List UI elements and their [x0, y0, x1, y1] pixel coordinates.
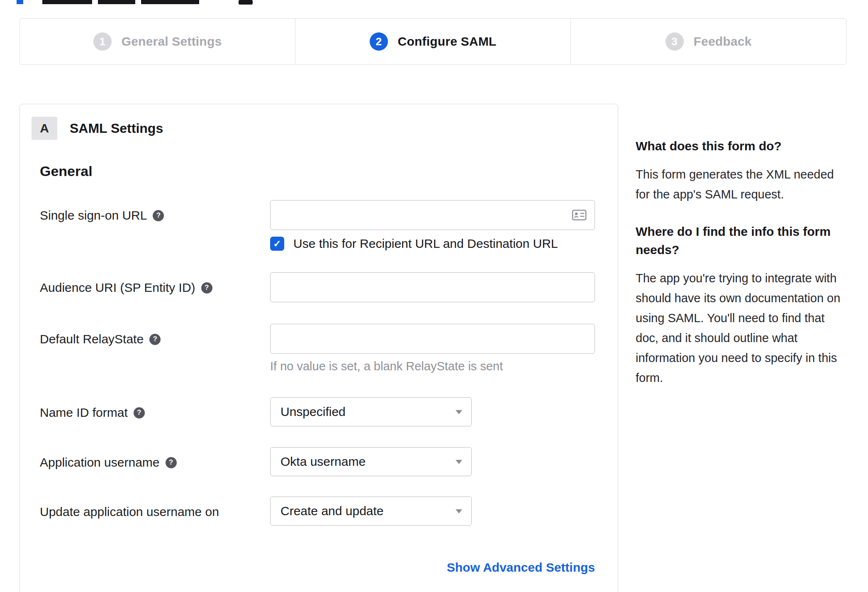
card-header: A SAML Settings — [32, 117, 598, 140]
row-application-username: Application username ? Okta username — [40, 447, 598, 476]
wizard-stepper: 1 General Settings 2 Configure SAML 3 Fe… — [20, 18, 846, 65]
row-single-sign-on-url: Single sign-on URL ? — [40, 200, 598, 251]
help-icon[interactable]: ? — [201, 282, 212, 294]
section-a-badge: A — [32, 117, 57, 140]
update-application-username-value: Create and update — [280, 504, 384, 518]
help-body-2: The app you're trying to integrate with … — [636, 268, 848, 388]
chevron-down-icon — [456, 509, 462, 514]
help-icon[interactable]: ? — [134, 407, 145, 418]
update-application-username-select[interactable]: Create and update — [270, 497, 472, 526]
application-username-label: Application username — [40, 455, 160, 470]
step-label: Configure SAML — [398, 34, 497, 49]
help-icon[interactable]: ? — [166, 457, 177, 468]
saml-settings-card: A SAML Settings General Single sign-on U… — [20, 104, 618, 592]
help-body-1: This form generates the XML needed for t… — [636, 164, 848, 204]
application-username-value: Okta username — [280, 455, 366, 469]
step-feedback[interactable]: 3 Feedback — [571, 19, 846, 64]
relaystate-input[interactable] — [270, 324, 595, 354]
recipient-url-checkbox-label[interactable]: Use this for Recipient URL and Destinati… — [293, 237, 558, 251]
step-label: General Settings — [122, 34, 222, 49]
contact-card-icon[interactable] — [572, 209, 587, 221]
step-label: Feedback — [694, 34, 752, 49]
sso-url-input[interactable] — [270, 200, 595, 230]
step-number-badge: 3 — [666, 32, 684, 51]
row-default-relaystate: Default RelayState ? If no value is set,… — [40, 324, 598, 373]
relaystate-label: Default RelayState — [40, 332, 144, 346]
sso-url-label: Single sign-on URL — [40, 208, 147, 223]
name-id-format-label: Name ID format — [40, 406, 128, 420]
recipient-url-checkbox-row: ✓ Use this for Recipient URL and Destina… — [270, 237, 595, 251]
show-advanced-settings-link[interactable]: Show Advanced Settings — [447, 560, 595, 574]
clipped-logo-fragment — [17, 0, 23, 4]
step-number-badge: 1 — [93, 32, 112, 51]
help-icon[interactable]: ? — [149, 334, 161, 345]
relaystate-hint: If no value is set, a blank RelayState i… — [270, 360, 595, 373]
step-general-settings[interactable]: 1 General Settings — [20, 19, 295, 64]
row-update-application-username: Update application username on Create an… — [40, 497, 598, 526]
name-id-format-select[interactable]: Unspecified — [270, 397, 472, 426]
audience-uri-input[interactable] — [270, 272, 595, 302]
clipped-icon-fragment — [239, 0, 253, 5]
chevron-down-icon — [456, 410, 462, 414]
application-username-select[interactable]: Okta username — [270, 447, 472, 476]
row-name-id-format: Name ID format ? Unspecified — [40, 397, 598, 426]
help-heading-2: Where do I find the info this form needs… — [636, 223, 848, 259]
card-title: SAML Settings — [70, 121, 163, 136]
update-application-username-label: Update application username on — [40, 505, 219, 519]
row-audience-uri: Audience URI (SP Entity ID) ? — [40, 272, 598, 302]
help-heading-1: What does this form do? — [636, 137, 848, 155]
audience-uri-label: Audience URI (SP Entity ID) — [40, 281, 195, 295]
recipient-url-checkbox[interactable]: ✓ — [270, 237, 284, 251]
help-panel: What does this form do? This form genera… — [636, 137, 848, 388]
name-id-format-value: Unspecified — [280, 405, 346, 419]
step-configure-saml[interactable]: 2 Configure SAML — [295, 19, 571, 64]
step-number-badge: 2 — [370, 32, 388, 51]
general-section-title: General — [40, 163, 598, 179]
chevron-down-icon — [456, 460, 462, 464]
saml-form: Single sign-on URL ? — [40, 200, 598, 575]
help-icon[interactable]: ? — [153, 210, 164, 221]
